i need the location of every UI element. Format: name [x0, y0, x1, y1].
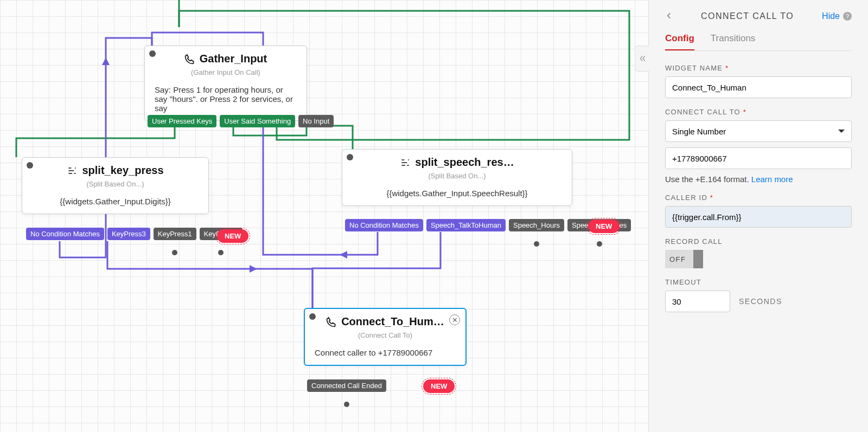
caller-id-label: CALLER ID *: [665, 194, 852, 202]
timeout-input[interactable]: [665, 291, 730, 312]
widget-split-speech[interactable]: split_speech_res… (Split Based On...) {{…: [342, 149, 572, 206]
hide-button[interactable]: Hide ?: [822, 11, 852, 21]
input-anchor-icon: [149, 50, 156, 57]
port-no-input[interactable]: No Input: [298, 115, 334, 127]
panel-title: CONNECT CALL TO: [701, 11, 794, 21]
help-icon[interactable]: ?: [843, 12, 852, 21]
toggle-state-label: OFF: [665, 255, 693, 263]
widget-title: Connect_To_Hum…: [341, 315, 444, 328]
svg-marker-1: [250, 265, 257, 273]
toggle-knob: [693, 250, 703, 268]
input-anchor-icon: [309, 313, 316, 320]
port-user-pressed-keys[interactable]: User Pressed Keys: [148, 115, 216, 127]
widget-body: Connect caller to +17789000667: [305, 344, 465, 365]
widget-subtitle: (Gather Input On Call): [145, 67, 307, 81]
input-anchor-icon: [347, 154, 353, 160]
new-transition-button[interactable]: NEW: [217, 229, 248, 243]
close-icon[interactable]: ✕: [449, 314, 460, 325]
phone-number-input[interactable]: [665, 147, 852, 169]
learn-more-link[interactable]: Learn more: [751, 175, 793, 184]
record-call-label: RECORD CALL: [665, 237, 852, 246]
tab-config[interactable]: Config: [665, 33, 694, 50]
connect-type-select[interactable]: Single Number: [665, 120, 852, 142]
properties-panel: CONNECT CALL TO Hide ? Config Transition…: [648, 0, 868, 432]
port-user-said-something[interactable]: User Said Something: [220, 115, 295, 127]
connect-call-to-label: CONNECT CALL TO *: [665, 108, 852, 116]
timeout-label: TIMEOUT: [665, 278, 852, 286]
widget-name-label: WIDGET NAME *: [665, 64, 852, 72]
widget-name-input[interactable]: [665, 76, 852, 98]
widget-subtitle: (Connect Call To): [305, 330, 465, 344]
panel-tabs: Config Transitions: [665, 33, 852, 51]
port-connected-call-ended[interactable]: Connected Call Ended: [307, 379, 386, 392]
collapse-panel-button[interactable]: [635, 46, 649, 72]
chevron-left-icon: [665, 12, 673, 20]
split-icon: [400, 157, 411, 168]
caller-id-input[interactable]: [665, 206, 852, 228]
connection-lines: [0, 0, 648, 432]
svg-marker-2: [340, 251, 347, 259]
phone-icon: [326, 317, 337, 327]
connect-ports: Connected Call Ended: [307, 379, 386, 407]
gather-ports: User Pressed Keys User Said Something No…: [148, 115, 334, 127]
widget-body: {{widgets.Gather_Input.Digits}}: [22, 192, 208, 214]
port-keypress1[interactable]: KeyPress1: [154, 228, 196, 240]
widget-subtitle: (Split Based On...): [22, 179, 208, 192]
widget-title: Gather_Input: [200, 53, 267, 65]
port-keypress3[interactable]: KeyPress3: [107, 228, 150, 240]
widget-split-key-press[interactable]: split_key_press (Split Based On...) {{wi…: [22, 157, 209, 214]
port-no-condition-matches[interactable]: No Condition Matches: [345, 219, 423, 231]
phone-icon: [184, 54, 195, 65]
widget-body: {{widgets.Gather_Input.SpeechResult}}: [342, 184, 572, 205]
port-speech-talktohuman[interactable]: Speech_TalkToHuman: [426, 219, 506, 231]
widget-connect-to-human[interactable]: ✕ Connect_To_Hum… (Connect Call To) Conn…: [304, 308, 467, 366]
flow-canvas[interactable]: Gather_Input (Gather Input On Call) Say:…: [0, 0, 648, 432]
split-key-ports: No Condition Matches KeyPress3 KeyPress1…: [26, 228, 242, 255]
widget-gather-input[interactable]: Gather_Input (Gather Input On Call) Say:…: [144, 46, 307, 121]
record-call-toggle[interactable]: OFF: [665, 250, 703, 268]
hide-label: Hide: [822, 11, 840, 21]
port-no-condition-matches[interactable]: No Condition Matches: [26, 228, 104, 240]
split-icon: [67, 165, 78, 176]
svg-marker-0: [102, 57, 110, 65]
tab-transitions[interactable]: Transitions: [711, 33, 756, 50]
new-transition-button[interactable]: NEW: [588, 220, 620, 233]
widget-title: split_speech_res…: [415, 156, 514, 169]
input-anchor-icon: [27, 162, 33, 169]
timeout-unit: SECONDS: [739, 297, 782, 306]
back-button[interactable]: [665, 10, 673, 22]
widget-title: split_key_press: [82, 164, 163, 177]
format-helper-text: Use the +E.164 format. Learn more: [665, 175, 852, 184]
new-transition-button[interactable]: NEW: [423, 379, 455, 393]
port-speech-hours[interactable]: Speech_Hours: [509, 219, 564, 231]
chevrons-left-icon: [639, 55, 646, 62]
widget-subtitle: (Split Based On...): [342, 171, 572, 184]
